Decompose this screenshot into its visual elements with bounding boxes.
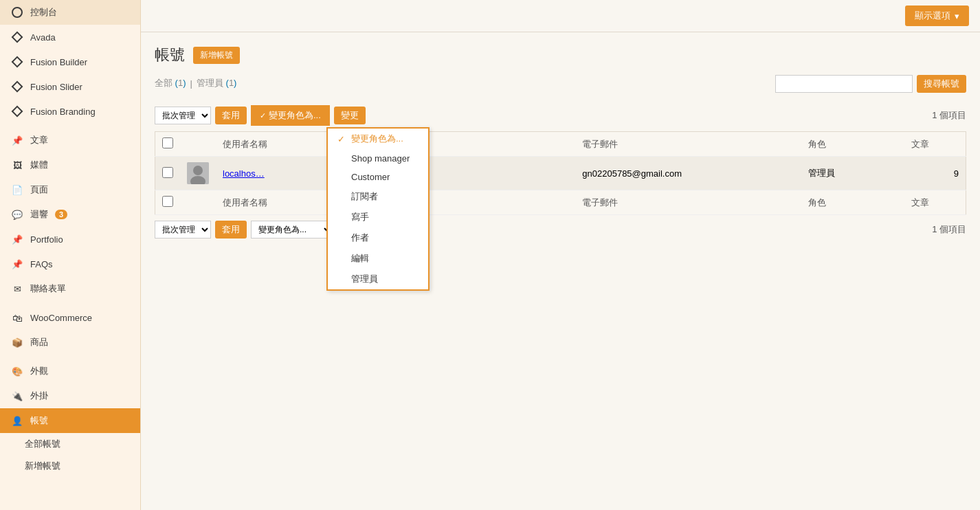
faq-icon: 📌	[11, 258, 23, 270]
change-role-dropdown-trigger[interactable]: ✓ 變更角色為...	[251, 105, 330, 126]
pushpin-icon: 📌	[11, 134, 23, 146]
dropdown-item-shop-manager[interactable]: Shop manager	[328, 149, 428, 168]
dropdown-item-author[interactable]: 寫手	[328, 207, 428, 228]
avatar-svg	[187, 162, 209, 184]
row-checkbox[interactable]	[162, 167, 173, 178]
sidebar-item-media[interactable]: 🖼 媒體	[0, 153, 140, 177]
sidebar-item-label: 外觀	[30, 365, 48, 377]
dropdown-item-label: 寫手	[351, 211, 369, 223]
page-icon: 📄	[11, 184, 23, 196]
sidebar-item-fusion-builder[interactable]: Fusion Builder	[0, 49, 140, 74]
add-new-button[interactable]: 新增帳號	[193, 47, 240, 64]
select-all-checkbox-bottom[interactable]	[162, 196, 173, 207]
sidebar-item-label: 媒體	[30, 159, 48, 171]
avatar	[187, 162, 209, 184]
media-icon: 🖼	[11, 159, 23, 171]
dropdown-item-label: 作者	[351, 232, 369, 244]
sidebar-item-label: 迴響	[30, 208, 48, 221]
apply-button-bottom[interactable]: 套用	[215, 221, 247, 239]
filter-admin-count: 1	[229, 78, 234, 88]
avatar-cell	[180, 157, 216, 190]
dropdown-item-subscriber[interactable]: 訂閱者	[328, 186, 428, 207]
change-role-select-bottom[interactable]: 變更角色為...	[251, 221, 333, 239]
sub-item-label: 新增帳號	[25, 461, 60, 471]
diamond-icon	[11, 80, 23, 93]
bulk-action-select-bottom[interactable]: 批次管理	[155, 221, 211, 239]
filter-all-count: 1	[178, 78, 183, 88]
topbar: 顯示選項 ▾	[141, 0, 980, 32]
sidebar-item-fusion-branding[interactable]: Fusion Branding	[0, 99, 140, 124]
sidebar-item-avada[interactable]: Avada	[0, 25, 140, 49]
sidebar-item-users[interactable]: 👤 帳號	[0, 408, 140, 433]
sidebar-item-label: Fusion Slider	[30, 82, 82, 92]
role-cell: 管理員	[801, 157, 904, 190]
sidebar-sub-add-new-user[interactable]: 新增帳號	[0, 455, 140, 477]
sidebar-item-label: 控制台	[30, 6, 57, 19]
woo-icon: 🛍	[11, 311, 23, 324]
table-row: localhos… — gn02205785@gmail.com 管理員 9	[155, 157, 966, 190]
bulk-action-select-top[interactable]: 批次管理	[155, 107, 211, 124]
dropdown-item-change-role[interactable]: ✓ 變更角色為...	[328, 129, 428, 149]
sidebar-item-contact[interactable]: ✉ 聯絡表單	[0, 276, 140, 301]
sidebar-item-label: Fusion Builder	[30, 57, 87, 67]
role-header: 角色	[801, 132, 904, 157]
dropdown-item-label: 訂閱者	[351, 190, 378, 203]
appearance-icon: 🎨	[11, 365, 23, 377]
sidebar-item-label: 商品	[30, 336, 48, 348]
apply-button-top[interactable]: 套用	[215, 107, 247, 124]
sidebar-sub-all-users[interactable]: 全部帳號	[0, 433, 140, 455]
sidebar-item-label: 聯絡表單	[30, 282, 66, 295]
svg-point-1	[193, 166, 203, 175]
select-all-checkbox-top[interactable]	[162, 137, 173, 148]
email-footer-header: 電子郵件	[575, 190, 801, 215]
filter-all-link[interactable]: 全部 (1)	[155, 77, 186, 89]
users-table: 使用者名稱 名稱 電子郵件 角色 文章	[155, 131, 966, 215]
user-icon: 👤	[11, 414, 23, 427]
sidebar-item-pages[interactable]: 📄 頁面	[0, 177, 140, 202]
comment-badge: 3	[55, 210, 67, 219]
search-button[interactable]: 搜尋帳號	[917, 75, 966, 93]
sidebar-item-fusion-slider[interactable]: Fusion Slider	[0, 74, 140, 99]
username-link[interactable]: localhos…	[223, 168, 265, 179]
sidebar-item-dashboard[interactable]: 控制台	[0, 0, 140, 25]
posts-footer-header: 文章	[904, 190, 966, 215]
sidebar-item-posts[interactable]: 📌 文章	[0, 128, 140, 153]
sidebar-item-portfolio[interactable]: 📌 Portfolio	[0, 227, 140, 252]
dropdown-item-label: Customer	[351, 172, 390, 182]
item-count-top: 1 個項目	[932, 109, 966, 122]
role-select-row: ✓ 變更角色為...	[251, 105, 330, 126]
dropdown-item-editor[interactable]: 編輯	[328, 248, 428, 269]
sidebar-item-appearance[interactable]: 🎨 外觀	[0, 359, 140, 384]
sidebar-item-products[interactable]: 📦 商品	[0, 330, 140, 355]
role-footer-header: 角色	[801, 190, 904, 215]
dropdown-item-administrator[interactable]: 管理員	[328, 269, 428, 289]
sidebar-item-label: Portfolio	[30, 234, 63, 245]
sidebar-item-label: WooCommerce	[30, 313, 92, 323]
sidebar-item-label: 帳號	[30, 414, 48, 427]
sidebar-item-faqs[interactable]: 📌 FAQs	[0, 252, 140, 276]
email-cell: gn02205785@gmail.com	[575, 157, 801, 190]
filter-bar: 全部 (1) | 管理員 (1)	[155, 77, 236, 89]
sidebar-item-label: Fusion Branding	[30, 107, 96, 117]
sub-item-label: 全部帳號	[25, 439, 60, 449]
dropdown-item-contributor[interactable]: 作者	[328, 228, 428, 248]
dropdown-item-customer[interactable]: Customer	[328, 168, 428, 186]
search-input[interactable]	[775, 75, 913, 93]
chevron-down-icon: ▾	[955, 11, 959, 21]
role-dropdown-container: ✓ 變更角色為... ✓ 變更角色為... Shop manager	[251, 105, 330, 126]
show-options-button[interactable]: 顯示選項 ▾	[905, 5, 969, 26]
page-title: 帳號	[155, 45, 185, 65]
change-button-top[interactable]: 變更	[334, 107, 366, 124]
role-trigger-label: 變更角色為...	[269, 109, 321, 122]
bulk-action-row-bottom: 批次管理 套用 變更角色為... 變更 1 個項目	[155, 221, 966, 239]
role-dropdown-menu: ✓ 變更角色為... Shop manager Customer 訂閱者	[326, 127, 430, 291]
circle-icon	[11, 6, 23, 19]
search-bar: 搜尋帳號	[775, 75, 966, 93]
sidebar-item-woocommerce[interactable]: 🛍 WooCommerce	[0, 305, 140, 330]
page-header: 帳號 新增帳號	[155, 45, 966, 65]
dropdown-item-label: 編輯	[351, 252, 369, 265]
avatar-header	[180, 132, 216, 157]
sidebar-item-comments[interactable]: 💬 迴響 3	[0, 202, 140, 227]
filter-admin-link[interactable]: 管理員 (1)	[197, 77, 237, 89]
sidebar-item-plugins[interactable]: 🔌 外掛	[0, 384, 140, 408]
